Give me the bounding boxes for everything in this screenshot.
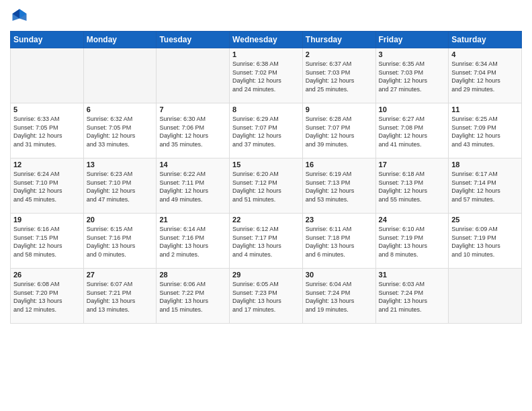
calendar-cell: 4Sunrise: 6:34 AM Sunset: 7:04 PM Daylig… (449, 48, 522, 103)
calendar-cell: 12Sunrise: 6:24 AM Sunset: 7:10 PM Dayli… (11, 158, 84, 214)
day-number: 12 (13, 161, 81, 169)
day-number: 19 (13, 216, 81, 224)
day-info: Sunrise: 6:10 AM Sunset: 7:19 PM Dayligh… (379, 225, 446, 259)
day-number: 18 (451, 161, 519, 169)
calendar-cell: 10Sunrise: 6:27 AM Sunset: 7:08 PM Dayli… (375, 103, 449, 158)
day-info: Sunrise: 6:28 AM Sunset: 7:07 PM Dayligh… (306, 115, 373, 148)
day-info: Sunrise: 6:16 AM Sunset: 7:15 PM Dayligh… (13, 225, 81, 259)
day-info: Sunrise: 6:22 AM Sunset: 7:11 PM Dayligh… (159, 170, 226, 203)
calendar-cell: 29Sunrise: 6:05 AM Sunset: 7:23 PM Dayli… (230, 269, 303, 324)
day-number: 27 (87, 271, 154, 279)
calendar-day-header: Monday (83, 32, 157, 48)
day-info: Sunrise: 6:19 AM Sunset: 7:13 PM Dayligh… (306, 170, 373, 203)
calendar-cell: 8Sunrise: 6:29 AM Sunset: 7:07 PM Daylig… (230, 103, 303, 158)
calendar-cell (157, 48, 230, 103)
calendar-day-header: Saturday (449, 32, 522, 48)
day-info: Sunrise: 6:09 AM Sunset: 7:19 PM Dayligh… (451, 225, 519, 259)
day-info: Sunrise: 6:17 AM Sunset: 7:14 PM Dayligh… (451, 170, 519, 203)
day-number: 24 (379, 216, 446, 224)
calendar-cell (83, 48, 157, 103)
day-number: 1 (232, 50, 300, 58)
day-number: 17 (379, 161, 446, 169)
calendar-cell: 23Sunrise: 6:11 AM Sunset: 7:18 PM Dayli… (302, 214, 375, 269)
calendar-day-header: Sunday (11, 32, 84, 48)
day-info: Sunrise: 6:34 AM Sunset: 7:04 PM Dayligh… (451, 60, 519, 93)
day-info: Sunrise: 6:12 AM Sunset: 7:17 PM Dayligh… (232, 225, 300, 259)
day-info: Sunrise: 6:38 AM Sunset: 7:02 PM Dayligh… (232, 60, 300, 93)
day-number: 28 (159, 271, 226, 279)
day-number: 29 (232, 271, 300, 279)
calendar-cell: 5Sunrise: 6:33 AM Sunset: 7:05 PM Daylig… (11, 103, 84, 158)
calendar-cell: 14Sunrise: 6:22 AM Sunset: 7:11 PM Dayli… (157, 158, 230, 214)
day-info: Sunrise: 6:03 AM Sunset: 7:24 PM Dayligh… (379, 280, 446, 314)
day-number: 30 (306, 271, 373, 279)
day-info: Sunrise: 6:04 AM Sunset: 7:24 PM Dayligh… (306, 280, 373, 314)
calendar-cell: 2Sunrise: 6:37 AM Sunset: 7:03 PM Daylig… (302, 48, 375, 103)
day-info: Sunrise: 6:30 AM Sunset: 7:06 PM Dayligh… (159, 115, 226, 148)
logo (10, 7, 32, 26)
calendar-cell: 27Sunrise: 6:07 AM Sunset: 7:21 PM Dayli… (83, 269, 157, 324)
day-info: Sunrise: 6:25 AM Sunset: 7:09 PM Dayligh… (451, 115, 519, 148)
calendar-cell: 9Sunrise: 6:28 AM Sunset: 7:07 PM Daylig… (302, 103, 375, 158)
calendar-cell: 7Sunrise: 6:30 AM Sunset: 7:06 PM Daylig… (157, 103, 230, 158)
calendar-week-row: 26Sunrise: 6:08 AM Sunset: 7:20 PM Dayli… (11, 269, 522, 324)
day-number: 9 (306, 105, 373, 113)
day-number: 13 (87, 161, 154, 169)
logo-icon (10, 7, 29, 26)
page: SundayMondayTuesdayWednesdayThursdayFrid… (0, 0, 532, 411)
day-number: 7 (159, 105, 226, 113)
day-number: 16 (306, 161, 373, 169)
calendar-day-header: Thursday (302, 32, 375, 48)
calendar-cell: 26Sunrise: 6:08 AM Sunset: 7:20 PM Dayli… (11, 269, 84, 324)
day-info: Sunrise: 6:29 AM Sunset: 7:07 PM Dayligh… (232, 115, 300, 148)
calendar-cell: 21Sunrise: 6:14 AM Sunset: 7:16 PM Dayli… (157, 214, 230, 269)
day-info: Sunrise: 6:15 AM Sunset: 7:16 PM Dayligh… (87, 225, 154, 259)
day-info: Sunrise: 6:24 AM Sunset: 7:10 PM Dayligh… (13, 170, 81, 203)
calendar-day-header: Wednesday (230, 32, 303, 48)
day-info: Sunrise: 6:33 AM Sunset: 7:05 PM Dayligh… (13, 115, 81, 148)
calendar-cell: 22Sunrise: 6:12 AM Sunset: 7:17 PM Dayli… (230, 214, 303, 269)
day-number: 21 (159, 216, 226, 224)
day-info: Sunrise: 6:05 AM Sunset: 7:23 PM Dayligh… (232, 280, 300, 314)
day-info: Sunrise: 6:37 AM Sunset: 7:03 PM Dayligh… (306, 60, 373, 93)
calendar-cell: 24Sunrise: 6:10 AM Sunset: 7:19 PM Dayli… (375, 214, 449, 269)
day-info: Sunrise: 6:07 AM Sunset: 7:21 PM Dayligh… (87, 280, 154, 314)
calendar-cell: 18Sunrise: 6:17 AM Sunset: 7:14 PM Dayli… (449, 158, 522, 214)
day-number: 20 (87, 216, 154, 224)
calendar-cell (11, 48, 84, 103)
day-number: 23 (306, 216, 373, 224)
calendar-header-row: SundayMondayTuesdayWednesdayThursdayFrid… (11, 32, 522, 48)
day-info: Sunrise: 6:06 AM Sunset: 7:22 PM Dayligh… (159, 280, 226, 314)
day-number: 25 (451, 216, 519, 224)
calendar-cell: 15Sunrise: 6:20 AM Sunset: 7:12 PM Dayli… (230, 158, 303, 214)
calendar-cell: 17Sunrise: 6:18 AM Sunset: 7:13 PM Dayli… (375, 158, 449, 214)
day-number: 2 (306, 50, 373, 58)
day-number: 14 (159, 161, 226, 169)
calendar-cell: 28Sunrise: 6:06 AM Sunset: 7:22 PM Dayli… (157, 269, 230, 324)
calendar-week-row: 1Sunrise: 6:38 AM Sunset: 7:02 PM Daylig… (11, 48, 522, 103)
calendar-week-row: 5Sunrise: 6:33 AM Sunset: 7:05 PM Daylig… (11, 103, 522, 158)
day-info: Sunrise: 6:35 AM Sunset: 7:03 PM Dayligh… (379, 60, 446, 93)
day-number: 11 (451, 105, 519, 113)
day-info: Sunrise: 6:11 AM Sunset: 7:18 PM Dayligh… (306, 225, 373, 259)
calendar-cell: 3Sunrise: 6:35 AM Sunset: 7:03 PM Daylig… (375, 48, 449, 103)
calendar-week-row: 19Sunrise: 6:16 AM Sunset: 7:15 PM Dayli… (11, 214, 522, 269)
calendar-cell (449, 269, 522, 324)
day-info: Sunrise: 6:20 AM Sunset: 7:12 PM Dayligh… (232, 170, 300, 203)
calendar-cell: 31Sunrise: 6:03 AM Sunset: 7:24 PM Dayli… (375, 269, 449, 324)
calendar-cell: 16Sunrise: 6:19 AM Sunset: 7:13 PM Dayli… (302, 158, 375, 214)
day-number: 6 (87, 105, 154, 113)
day-number: 22 (232, 216, 300, 224)
calendar-cell: 11Sunrise: 6:25 AM Sunset: 7:09 PM Dayli… (449, 103, 522, 158)
day-number: 3 (379, 50, 446, 58)
day-number: 4 (451, 50, 519, 58)
day-number: 8 (232, 105, 300, 113)
day-number: 5 (13, 105, 81, 113)
header (10, 7, 522, 26)
calendar-cell: 20Sunrise: 6:15 AM Sunset: 7:16 PM Dayli… (83, 214, 157, 269)
calendar-day-header: Tuesday (157, 32, 230, 48)
day-number: 15 (232, 161, 300, 169)
day-info: Sunrise: 6:32 AM Sunset: 7:05 PM Dayligh… (87, 115, 154, 148)
calendar-week-row: 12Sunrise: 6:24 AM Sunset: 7:10 PM Dayli… (11, 158, 522, 214)
day-number: 31 (379, 271, 446, 279)
